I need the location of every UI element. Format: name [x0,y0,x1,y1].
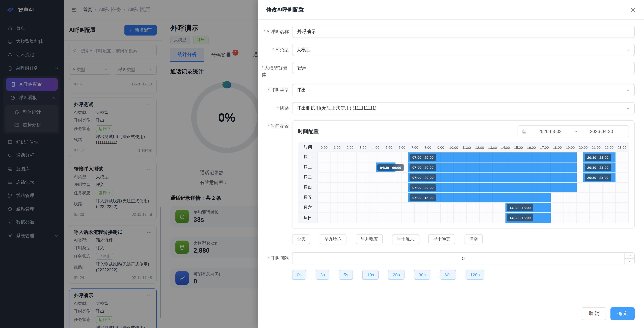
chevron-down-icon [626,88,630,92]
hour-header: 21:00 [590,145,602,149]
schedule-day-row: 周四07:00 - 20:00 [298,183,628,193]
day-track[interactable]: 14:30 - 18:00 [318,213,628,223]
modal-footer: 取 消 确 定 [582,307,634,320]
field-control: 呼出 [292,84,634,96]
modal-header: 修改AI呼叫配置 [258,0,644,20]
interval-option-3s[interactable]: 3s [316,270,330,280]
time-config-card: 时间配置 2026-03-03 ~ 2026-04-30 时间 0: [292,120,634,229]
hour-header: 17:00 [538,145,551,149]
date-start[interactable]: 2026-03-03 [527,129,573,134]
preset-全天[interactable]: 全天 [292,234,310,244]
preset-早九晚五[interactable]: 早九晚五 [356,234,383,244]
form-row-1: *AI类型大模型 [258,44,644,56]
hour-header: 13:00 [486,145,499,149]
modal-form: *AI呼叫名称*AI类型大模型*大模型智能体*呼叫类型呼出*线路呼出测试用(无法… [258,20,644,280]
field-label-text: 线路 [280,105,289,111]
time-block-label: 20:30 - 23:00 [585,154,611,161]
field-control: 呼出测试用(无法正式使用) (111111111) [292,102,634,114]
hour-header: 15:00 [512,145,525,149]
interval-option-10s[interactable]: 10s [362,270,379,280]
day-label: 周五 [298,193,318,202]
interval-option-60s[interactable]: 60s [440,270,456,280]
day-label: 周日 [298,213,318,223]
date-separator: ~ [573,129,578,134]
field-label-text: 大模型智能体 [262,65,287,77]
interval-row: *呼叫间隔 0s3s5s10s20s30s60s120s [258,252,644,280]
time-config-label: *时间配置 [258,120,292,244]
field-control [292,62,634,78]
field-label: *AI呼叫名称 [258,26,292,38]
time-config-row: *时间配置 时间配置 2026-03-03 ~ 2026-04-30 [258,120,644,244]
time-block-label: 14:30 - 18:00 [507,204,533,211]
time-block-label: 07:00 - 18:00 [410,194,436,201]
time-block-label: 14:30 - 18:00 [507,214,533,222]
required-asterisk: * [277,105,279,111]
close-icon[interactable] [630,7,636,13]
field-label: *AI类型 [258,44,292,56]
hour-header: 16:00 [525,145,538,149]
time-config-control: 时间配置 2026-03-03 ~ 2026-04-30 时间 0: [292,120,634,244]
hour-header: 11:00 [460,145,473,149]
schedule-rows: 周一07:00 - 20:0020:30 - 23:00周二04:30 - 06… [298,152,628,223]
select-value: 呼出 [296,87,306,93]
select-3[interactable]: 呼出 [292,84,634,96]
date-range-picker[interactable]: 2026-03-03 ~ 2026-04-30 [518,125,629,137]
select-value: 大模型 [296,47,310,53]
preset-早九晚六[interactable]: 早九晚六 [320,234,346,244]
interval-input[interactable] [292,252,634,264]
day-label: 周六 [298,203,318,212]
hour-header: 0:00 [318,145,330,149]
day-track[interactable]: 07:00 - 20:0020:30 - 23:00 [318,173,628,182]
step-down-icon[interactable] [624,259,634,264]
interval-option-20s[interactable]: 20s [388,270,404,280]
form-row-3: *呼叫类型呼出 [258,84,644,96]
interval-option-0s[interactable]: 0s [292,270,306,280]
time-block-label: 07:00 - 20:00 [410,164,436,171]
time-block-label: 20:30 - 23:00 [585,174,611,181]
hour-header: 6:00 [396,145,408,149]
form-row-4: *线路呼出测试用(无法正式使用) (111111111) [258,102,644,114]
preset-清空[interactable]: 清空 [464,234,483,244]
field-label-text: AI呼叫名称 [266,29,289,34]
interval-quick-options: 0s3s5s10s20s30s60s120s [292,270,634,280]
hour-header: 10:00 [447,145,460,149]
date-end[interactable]: 2026-04-30 [578,129,624,134]
interval-option-120s[interactable]: 120s [466,270,484,280]
cancel-button[interactable]: 取 消 [582,307,606,320]
day-track[interactable]: 04:30 - 06:0007:00 - 20:0020:30 - 23:00 [318,162,628,172]
select-1[interactable]: 大模型 [292,44,634,56]
preset-早十晚五[interactable]: 早十晚五 [428,234,455,244]
text-input[interactable] [296,29,630,35]
schedule-day-row: 周五07:00 - 18:00 [298,193,628,203]
text-input[interactable] [296,65,630,71]
form-row-2: *大模型智能体 [258,62,644,78]
hour-header: 3:00 [356,145,370,149]
day-track[interactable]: 07:00 - 20:0020:30 - 23:00 [318,152,628,162]
day-track[interactable]: 14:30 - 18:00 [318,203,628,212]
day-label: 周一 [298,152,318,162]
interval-option-5s[interactable]: 5s [339,270,353,280]
preset-早十晚六[interactable]: 早十晚六 [392,234,419,244]
required-asterisk: * [264,29,266,34]
time-block-tooltip: 04:30 - 06:00 [377,164,404,171]
weekly-schedule-grid: 时间 0:001:002:003:004:005:006:007:008:009… [298,142,629,223]
day-label: 周三 [298,173,318,182]
confirm-button[interactable]: 确 定 [610,307,634,320]
required-asterisk: * [268,124,270,129]
day-track[interactable]: 07:00 - 18:00 [318,193,628,202]
interval-number-input [292,252,634,264]
field-label: *线路 [258,102,292,114]
select-value: 呼出测试用(无法正式使用) (111111111) [296,105,376,111]
step-up-icon[interactable] [624,253,634,259]
field-control: 大模型 [292,44,634,56]
day-track[interactable]: 07:00 - 20:00 [318,183,628,192]
hour-header: 23:00 [616,145,628,149]
schedule-presets: 全天早九晚六早九晚五早十晚六早十晚五清空 [292,234,634,244]
hour-header: 1:00 [330,145,344,149]
interval-option-30s[interactable]: 30s [414,270,430,280]
select-4[interactable]: 呼出测试用(无法正式使用) (111111111) [292,102,634,114]
hour-header: 18:00 [551,145,564,149]
schedule-day-row: 周六14:30 - 18:00 [298,203,628,213]
field-label: *呼叫类型 [258,84,292,96]
schedule-time-header: 时间 [298,144,318,150]
